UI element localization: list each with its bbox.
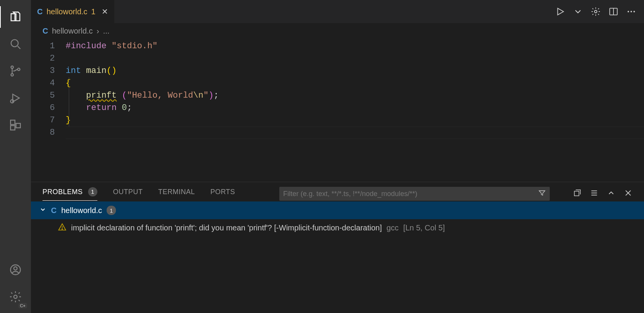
svg-point-16 xyxy=(630,11,632,12)
run-icon[interactable] xyxy=(555,7,565,17)
c-file-icon: C xyxy=(37,7,42,16)
cplus-badge: C+ xyxy=(19,303,27,308)
svg-point-0 xyxy=(11,40,18,47)
problem-message: implicit declaration of function 'prinft… xyxy=(71,223,382,232)
c-file-icon: C xyxy=(42,27,48,36)
chevron-right-icon: › xyxy=(97,27,99,36)
editor-actions xyxy=(555,0,644,23)
svg-point-25 xyxy=(62,228,63,229)
breadcrumb-symbol: ... xyxy=(103,27,110,36)
code-area[interactable]: #include "stdio.h" int main() { prinft (… xyxy=(66,40,644,182)
accounts-icon[interactable] xyxy=(5,259,26,281)
more-icon[interactable] xyxy=(626,7,636,17)
funnel-icon[interactable] xyxy=(538,189,546,198)
svg-point-11 xyxy=(14,295,17,299)
svg-point-12 xyxy=(595,10,597,13)
line-number: 4 xyxy=(31,77,55,90)
search-icon[interactable] xyxy=(5,33,26,55)
filter-input[interactable] xyxy=(283,190,535,198)
run-dropdown-icon[interactable] xyxy=(573,7,583,17)
svg-rect-6 xyxy=(10,120,15,124)
problems-file-row[interactable]: C helloworld.c 1 xyxy=(31,201,644,219)
panel-actions xyxy=(573,189,632,199)
warning-icon xyxy=(58,223,66,233)
tab-filename: helloworld.c xyxy=(46,7,87,16)
problems-file-name: helloworld.c xyxy=(61,206,102,215)
problems-file-count: 1 xyxy=(107,206,116,215)
line-number: 5 xyxy=(31,90,55,102)
source-control-icon[interactable] xyxy=(5,60,26,82)
line-number: 3 xyxy=(31,65,55,77)
breadcrumb[interactable]: C helloworld.c › ... xyxy=(31,23,644,39)
tab-bar: C helloworld.c 1 ✕ xyxy=(31,0,644,23)
line-number: 1 xyxy=(31,40,55,52)
svg-point-2 xyxy=(11,66,13,68)
svg-point-15 xyxy=(627,11,629,12)
extensions-icon[interactable] xyxy=(5,114,26,136)
line-number-gutter: 1 2 3 4 5 6 7 8 xyxy=(31,40,66,182)
problem-item[interactable]: implicit declaration of function 'prinft… xyxy=(31,219,644,236)
svg-line-1 xyxy=(18,46,20,49)
tab-terminal[interactable]: TERMINAL xyxy=(158,188,195,200)
activity-bar: C+ xyxy=(0,0,31,313)
svg-point-4 xyxy=(17,68,20,71)
gear-icon[interactable] xyxy=(591,7,601,17)
line-number: 7 xyxy=(31,114,55,127)
problem-location: [Ln 5, Col 5] xyxy=(403,223,445,232)
problem-source: gcc xyxy=(387,223,399,232)
bottom-panel: PROBLEMS 1 OUTPUT TERMINAL PORTS xyxy=(31,182,644,313)
line-number: 8 xyxy=(31,127,55,139)
run-debug-icon[interactable] xyxy=(5,87,26,109)
problems-count-badge: 1 xyxy=(88,187,98,196)
explorer-icon[interactable] xyxy=(5,6,26,28)
chevron-up-icon[interactable] xyxy=(607,189,615,199)
settings-gear-icon[interactable]: C+ xyxy=(5,286,26,308)
problems-filter[interactable] xyxy=(279,187,550,201)
svg-rect-7 xyxy=(10,125,15,130)
svg-point-17 xyxy=(634,11,635,12)
svg-point-10 xyxy=(14,267,17,270)
svg-rect-18 xyxy=(574,191,579,196)
view-as-list-icon[interactable] xyxy=(590,189,598,199)
svg-point-3 xyxy=(11,74,13,76)
line-number: 6 xyxy=(31,102,55,114)
editor-tab[interactable]: C helloworld.c 1 ✕ xyxy=(31,0,115,23)
main-column: C helloworld.c 1 ✕ C helloworld.c xyxy=(31,0,644,313)
code-editor[interactable]: 1 2 3 4 5 6 7 8 #include "stdio.h" int m… xyxy=(31,39,644,182)
svg-rect-8 xyxy=(16,124,20,128)
c-file-icon: C xyxy=(51,206,56,215)
line-number: 2 xyxy=(31,52,55,65)
close-icon[interactable]: ✕ xyxy=(102,7,108,16)
tab-ports[interactable]: PORTS xyxy=(210,188,235,200)
chevron-down-icon[interactable] xyxy=(39,206,46,215)
problems-list: C helloworld.c 1 implicit declaration of… xyxy=(31,201,644,313)
close-panel-icon[interactable] xyxy=(624,189,632,199)
split-editor-icon[interactable] xyxy=(608,7,619,17)
tab-output[interactable]: OUTPUT xyxy=(113,188,143,200)
collapse-all-icon[interactable] xyxy=(573,189,581,199)
tab-problems[interactable]: PROBLEMS 1 xyxy=(42,187,97,201)
tab-modified-indicator: 1 xyxy=(91,7,95,16)
panel-tab-bar: PROBLEMS 1 OUTPUT TERMINAL PORTS xyxy=(31,182,644,201)
breadcrumb-filename: helloworld.c xyxy=(52,27,93,36)
